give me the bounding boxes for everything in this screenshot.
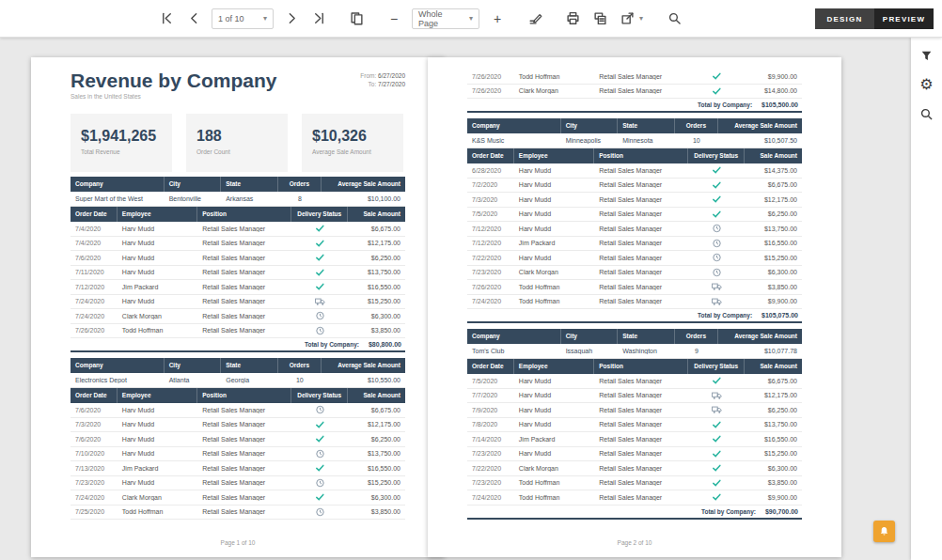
position-cell: Retail Sales Manager	[594, 450, 688, 457]
order-date-cell: 7/23/2020	[467, 479, 514, 486]
report-page-1: Revenue by Company Sales in the United S…	[31, 57, 445, 557]
order-date-cell: 7/26/2020	[467, 284, 514, 290]
table-row: 7/22/2020Harv MuddRetail Sales Manager$1…	[467, 251, 802, 266]
pending-clock-icon	[712, 224, 722, 233]
table-cell: Bentonville	[165, 195, 222, 202]
position-cell: Retail Sales Manager	[594, 181, 688, 188]
sale-amount-cell: $13,750.00	[348, 450, 405, 457]
sale-amount-cell: $6,250.00	[348, 255, 405, 261]
table-row: 7/23/2020Harv MuddRetail Sales Manager$1…	[71, 476, 405, 491]
delivery-status-cell	[688, 282, 746, 291]
report-page-2: 7/26/2020Todd HoffmanRetail Sales Manage…	[428, 57, 841, 557]
table-cell: Electronics Depot	[71, 377, 165, 383]
to-value: 7/27/2020	[378, 81, 405, 87]
print-button[interactable]	[560, 7, 585, 31]
position-cell: Retail Sales Manager	[197, 494, 291, 501]
delivery-status-cell	[688, 376, 746, 385]
delivery-status-cell	[688, 224, 746, 233]
zoom-in-button[interactable]: +	[485, 7, 510, 31]
export-button[interactable]: ▾	[615, 7, 649, 31]
print-layout-button[interactable]	[588, 7, 612, 31]
column-header: Sale Amount	[745, 148, 802, 163]
page-number-select[interactable]: 1 of 10 ▾	[212, 8, 274, 29]
table-row: 7/6/2020Harv MuddRetail Sales Manager$6,…	[71, 251, 405, 266]
last-page-button[interactable]	[306, 7, 331, 31]
column-header: City	[165, 358, 222, 373]
column-header: Employee	[118, 207, 197, 222]
report-viewer-canvas[interactable]: Revenue by Company Sales in the United S…	[0, 38, 911, 560]
company-group: CompanyCityStateOrdersAverage Sale Amoun…	[467, 329, 802, 520]
table-cell: $10,550.00	[322, 377, 405, 383]
table-cell: $10,100.00	[322, 195, 405, 202]
design-button[interactable]: DESIGN	[815, 8, 874, 29]
order-date-cell: 7/26/2020	[71, 327, 118, 334]
pending-clock-icon	[315, 326, 325, 335]
column-header: Average Sale Amount	[718, 329, 802, 344]
settings-button[interactable]: ⚙	[916, 73, 938, 96]
first-page-button[interactable]	[154, 7, 179, 31]
column-header: Employee	[118, 388, 197, 403]
notification-bell-button[interactable]	[873, 521, 895, 542]
delivery-status-cell	[688, 492, 746, 502]
delivered-check-icon	[712, 194, 722, 204]
order-date-cell: 7/12/2020	[467, 226, 514, 232]
employee-cell: Harv Mudd	[118, 298, 197, 304]
position-cell: Retail Sales Manager	[197, 226, 291, 232]
caret-down-icon: ▾	[639, 14, 643, 23]
table-cell: 8	[278, 195, 322, 202]
company-header-row: CompanyCityStateOrdersAverage Sale Amoun…	[467, 118, 802, 133]
table-row: 7/12/2020Jim PackardRetail Sales Manager…	[71, 280, 405, 295]
delivery-status-cell	[291, 253, 349, 262]
table-row: 7/6/2020Harv MuddRetail Sales Manager$6,…	[71, 432, 405, 447]
pending-clock-icon	[712, 253, 722, 262]
order-date-cell: 7/22/2020	[467, 255, 514, 261]
delivery-status-cell	[291, 268, 349, 277]
position-cell: Retail Sales Manager	[197, 327, 291, 334]
caret-down-icon: ▾	[263, 14, 267, 23]
position-cell: Retail Sales Manager	[197, 421, 291, 428]
fit-page-button[interactable]	[344, 7, 369, 31]
sale-amount-cell: $6,300.00	[745, 269, 802, 275]
filter-parameters-button[interactable]	[916, 44, 938, 67]
table-row: 7/14/2020Jim PackardRetail Sales Manager…	[467, 432, 802, 447]
order-date-cell: 7/6/2020	[71, 255, 118, 261]
position-cell: Retail Sales Manager	[594, 73, 688, 80]
pending-clock-icon	[712, 239, 722, 248]
previous-page-button[interactable]	[181, 7, 206, 31]
zoom-out-button[interactable]: −	[382, 7, 406, 31]
column-header: Order Date	[467, 148, 514, 163]
zoom-level-value: Whole Page	[418, 9, 464, 28]
sale-amount-cell: $6,300.00	[745, 465, 802, 472]
parameters-button[interactable]	[523, 7, 547, 31]
table-row: 7/13/2020Jim PackardRetail Sales Manager…	[71, 461, 405, 476]
employee-cell: Todd Hoffman	[514, 284, 594, 290]
detail-header-row: Order DateEmployeePositionDelivery Statu…	[467, 148, 802, 163]
position-cell: Retail Sales Manager	[197, 255, 291, 261]
pending-clock-icon	[315, 311, 325, 320]
table-row: 7/11/2020Harv MuddRetail Sales Manager$1…	[71, 266, 405, 281]
search-panel-button[interactable]	[916, 102, 938, 125]
company-summary-row: Super Mart of the WestBentonvilleArkansa…	[71, 192, 405, 207]
delivery-status-cell	[291, 405, 349, 414]
table-cell: Minnesota	[618, 137, 675, 144]
table-row: 7/26/2020Todd HoffmanRetail Sales Manage…	[467, 70, 802, 85]
delivery-status-cell	[291, 420, 349, 429]
delivery-status-cell	[688, 434, 746, 443]
detail-header-row: Order DateEmployeePositionDelivery Statu…	[71, 388, 405, 403]
sale-amount-cell: $6,250.00	[348, 436, 405, 443]
preview-button[interactable]: PREVIEW	[874, 8, 934, 29]
search-button[interactable]	[662, 7, 686, 31]
kpi-label: Order Count	[196, 148, 288, 155]
table-row: 7/12/2020Harv MuddRetail Sales Manager$1…	[467, 222, 802, 237]
search-icon	[667, 11, 682, 25]
delivery-status-cell	[688, 210, 746, 219]
position-cell: Retail Sales Manager	[197, 240, 291, 246]
table-row: 7/8/2020Harv MuddRetail Sales Manager$13…	[467, 418, 802, 433]
table-row: 7/26/2020Todd HoffmanRetail Sales Manage…	[467, 280, 802, 295]
column-header: City	[165, 177, 222, 192]
zoom-level-select[interactable]: Whole Page ▾	[412, 8, 479, 29]
position-cell: Retail Sales Manager	[197, 479, 291, 486]
position-cell: Retail Sales Manager	[594, 87, 688, 94]
next-page-button[interactable]	[279, 7, 304, 31]
delivery-status-cell	[688, 268, 746, 277]
